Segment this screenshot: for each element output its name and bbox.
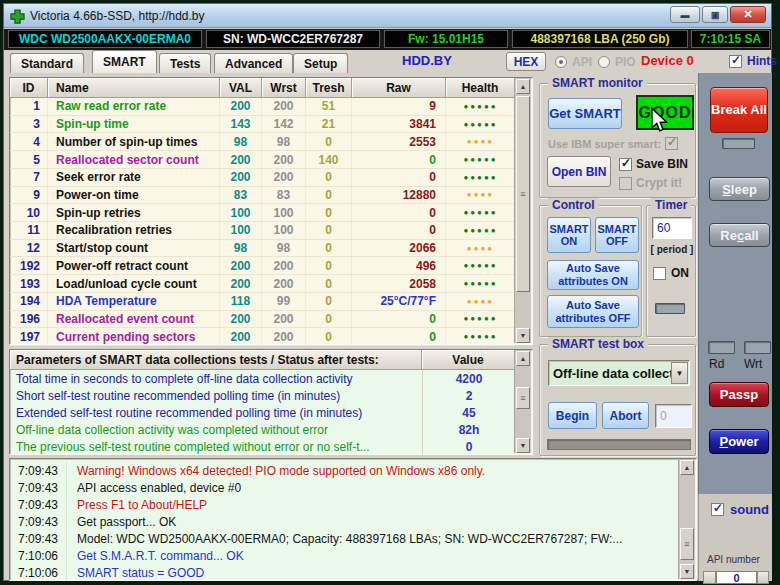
smart-attribute-row[interactable]: 1Raw read error rate200200519●●●●● <box>10 98 515 116</box>
smart-attribute-row[interactable]: 193Load/unload cycle count20020002058●●●… <box>10 275 515 293</box>
col-tresh: Tresh <box>306 78 352 98</box>
smart-attribute-row[interactable]: 194HDA Temperature11899025°C/77°F●●●● <box>10 293 515 311</box>
crypt-checkbox[interactable]: Crypt it! <box>619 176 682 190</box>
attr-val: 98 <box>220 240 262 257</box>
attr-name: HDA Temperature <box>48 293 220 310</box>
recall-button[interactable]: Recall <box>709 223 770 247</box>
break-all-button[interactable]: Break All <box>710 87 768 133</box>
smart-attribute-row[interactable]: 5Reallocated sector count2002001400●●●●● <box>10 151 515 169</box>
params-scrollbar[interactable]: ▲ ≡ ▼ <box>514 351 531 453</box>
tab-smart[interactable]: SMART <box>92 50 157 73</box>
write-led-label: Wrt <box>744 357 762 371</box>
attr-raw: 2066 <box>352 240 446 257</box>
api-radio[interactable]: API <box>555 55 592 69</box>
test-counter-input[interactable]: 0 <box>655 404 692 428</box>
passp-button[interactable]: Passp <box>709 382 769 407</box>
chevron-down-icon[interactable]: ▼ <box>671 362 688 384</box>
smart-table-header: ID Name VAL Wrst Tresh Raw Health <box>10 78 515 98</box>
tab-setup[interactable]: Setup <box>293 53 348 73</box>
bottom-right-panel: ✓ sound API number 0 <box>698 494 772 581</box>
params-table-body: Total time in seconds to complete off-li… <box>10 370 515 455</box>
save-bin-checkbox[interactable]: ✓ Save BIN <box>619 157 688 171</box>
param-row[interactable]: Total time in seconds to complete off-li… <box>10 370 515 387</box>
begin-button[interactable]: Begin <box>548 402 597 429</box>
close-button[interactable]: ✕ <box>730 6 766 23</box>
scroll-down-icon[interactable]: ▼ <box>680 564 694 579</box>
open-bin-button[interactable]: Open BIN <box>547 156 611 187</box>
scrollbar-thumb[interactable]: ≡ <box>516 387 530 409</box>
params-value-header: Value <box>422 350 515 370</box>
scrollbar-thumb[interactable]: ≡ <box>680 528 694 560</box>
sleep-button[interactable]: Sleep <box>709 177 770 201</box>
control-group: Control SMART ON SMART OFF Auto Save att… <box>539 205 642 337</box>
attr-val: 200 <box>220 328 262 345</box>
victoria-window: Victoria 4.66b-SSD, http://hdd.by ▬ ▣ ✕ … <box>3 3 772 581</box>
write-led <box>744 341 771 354</box>
smart-off-button[interactable]: SMART OFF <box>595 217 639 253</box>
attr-raw: 25°C/77°F <box>352 293 446 310</box>
scroll-up-icon[interactable]: ▲ <box>516 79 530 94</box>
checkmark-icon: ✓ <box>619 158 632 171</box>
timer-on-checkbox[interactable]: ON <box>653 266 689 280</box>
health-dots-icon: ●●●● <box>446 293 515 310</box>
site-label: HDD.BY <box>402 53 452 68</box>
attr-wrst: 200 <box>262 98 306 115</box>
log-panel: 7:09:43Warning! Windows x64 detected! PI… <box>9 458 697 581</box>
param-row[interactable]: Short self-test routine recommended poll… <box>10 387 515 404</box>
smart-attribute-row[interactable]: 192Power-off retract count2002000496●●●●… <box>10 257 515 275</box>
smart-attribute-row[interactable]: 197Current pending sectors20020000●●●●● <box>10 328 515 346</box>
group-title: Timer <box>651 198 691 212</box>
spinner-up-button[interactable] <box>757 571 769 584</box>
attr-val: 118 <box>220 293 262 310</box>
sound-checkbox[interactable]: ✓ sound <box>711 502 769 517</box>
smart-on-button[interactable]: SMART ON <box>547 217 591 253</box>
tab-standard[interactable]: Standard <box>10 53 84 73</box>
ibm-smart-checkbox[interactable]: Use IBM super smart: ✓ <box>548 137 678 150</box>
minimize-button[interactable]: ▬ <box>670 6 700 23</box>
autosave-on-button[interactable]: Auto Save attributes ON <box>547 260 639 290</box>
abort-button[interactable]: Abort <box>602 402 649 429</box>
attr-raw: 3841 <box>352 116 446 133</box>
scroll-down-icon[interactable]: ▼ <box>516 328 530 343</box>
maximize-button[interactable]: ▣ <box>702 6 728 23</box>
read-led-label: Rd <box>709 357 724 371</box>
attr-raw: 2553 <box>352 133 446 150</box>
smart-attribute-row[interactable]: 9Power-on time8383012880●●●● <box>10 187 515 205</box>
power-button[interactable]: Power <box>709 429 769 454</box>
autosave-off-button[interactable]: Auto Save attributes OFF <box>547 295 639 328</box>
attr-val: 200 <box>220 275 262 292</box>
api-number-spinner[interactable]: 0 <box>703 571 769 584</box>
timer-period-input[interactable]: 60 <box>652 217 692 239</box>
col-name: Name <box>48 78 220 98</box>
test-progress-bar <box>547 439 691 450</box>
smart-attribute-row[interactable]: 4Number of spin-up times989802553●●●● <box>10 133 515 151</box>
tab-advanced[interactable]: Advanced <box>214 53 293 73</box>
smart-table-scrollbar[interactable]: ▲ ≡ ▼ <box>514 79 531 343</box>
attr-tresh: 0 <box>306 187 352 204</box>
pio-radio[interactable]: PIO <box>598 55 636 69</box>
smart-attribute-row[interactable]: 196Reallocated event count20020000●●●●● <box>10 311 515 329</box>
scroll-up-icon[interactable]: ▲ <box>680 460 694 475</box>
param-row[interactable]: The previous self-test routine completed… <box>10 438 515 455</box>
param-row[interactable]: Extended self-test routine recommended p… <box>10 404 515 421</box>
log-scrollbar[interactable]: ▲ ≡ ▼ <box>678 460 695 579</box>
param-row[interactable]: Off-line data collection activity was co… <box>10 421 515 438</box>
get-smart-button[interactable]: Get SMART <box>548 98 622 129</box>
test-select[interactable]: Off-line data collect ▼ <box>548 360 690 386</box>
hints-checkbox[interactable]: ✓ Hints <box>729 54 777 68</box>
attr-id: 197 <box>10 328 48 345</box>
smart-attribute-row[interactable]: 10Spin-up retries10010000●●●●● <box>10 204 515 222</box>
smart-attribute-row[interactable]: 11Recalibration retries10010000●●●●● <box>10 222 515 240</box>
scrollbar-thumb[interactable]: ≡ <box>516 96 530 292</box>
period-label: [ period ] <box>649 244 695 255</box>
smart-attribute-row[interactable]: 7Seek error rate20020000●●●●● <box>10 169 515 187</box>
scroll-down-icon[interactable]: ▼ <box>516 438 530 453</box>
spinner-down-button[interactable] <box>703 571 716 584</box>
attr-name: Reallocated sector count <box>48 151 220 168</box>
tab-tests[interactable]: Tests <box>159 53 211 73</box>
scroll-up-icon[interactable]: ▲ <box>516 351 530 366</box>
smart-attribute-row[interactable]: 12Start/stop count989802066●●●● <box>10 240 515 258</box>
break-led <box>722 138 755 149</box>
hex-button[interactable]: HEX <box>506 52 546 71</box>
smart-attribute-row[interactable]: 3Spin-up time143142213841●●●●● <box>10 116 515 134</box>
